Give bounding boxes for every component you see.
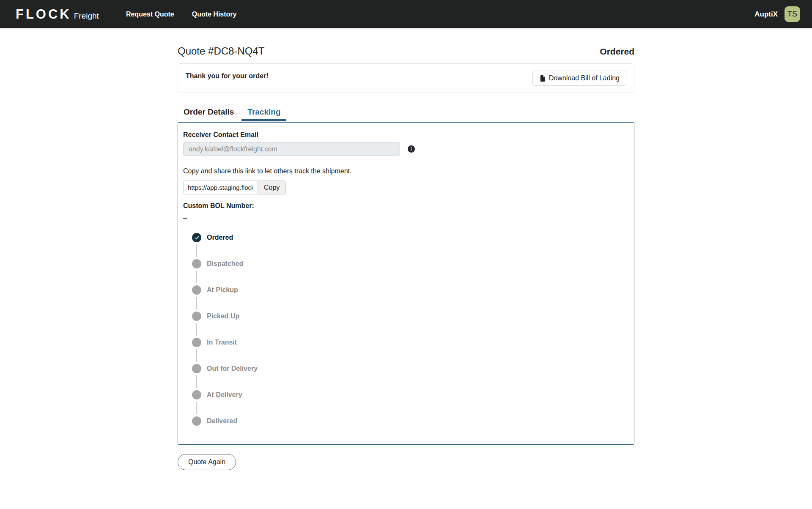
- timeline-step-label: Picked Up: [207, 312, 239, 320]
- step-pending-circle-icon: [192, 338, 201, 347]
- quote-header-row: Quote #DC8-NQ4T Ordered: [178, 45, 634, 57]
- timeline-step-label: At Pickup: [207, 286, 238, 294]
- status-badge: Ordered: [600, 47, 634, 57]
- timeline-connector: [196, 297, 197, 309]
- nav-link-request-quote[interactable]: Request Quote: [126, 11, 174, 18]
- timeline-step: At Delivery: [192, 390, 629, 400]
- receiver-email-row: [183, 142, 629, 156]
- timeline-connector: [196, 375, 197, 388]
- logo-freight-text: Freight: [74, 11, 99, 21]
- timeline-step-label: Dispatched: [207, 260, 243, 268]
- receiver-email-label: Receiver Contact Email: [183, 131, 629, 139]
- share-link-group: Copy: [183, 181, 629, 194]
- tab-bar: Order Details Tracking: [178, 107, 634, 121]
- copy-link-button[interactable]: Copy: [258, 181, 286, 194]
- info-icon[interactable]: [408, 145, 415, 153]
- timeline-step-label: Delivered: [207, 417, 237, 425]
- timeline-connector: [196, 402, 197, 414]
- download-button-label: Download Bill of Lading: [549, 74, 620, 82]
- tracking-panel: Receiver Contact Email Copy and share th…: [178, 122, 634, 445]
- timeline-connector: [196, 349, 197, 362]
- order-confirmation-card: Thank you for your order! Download Bill …: [178, 63, 634, 93]
- timeline-step: Ordered: [192, 233, 629, 242]
- timeline-step: Dispatched: [192, 259, 629, 268]
- timeline-step: Out for Delivery: [192, 364, 629, 373]
- custom-bol-label: Custom BOL Number:: [183, 202, 629, 210]
- timeline-step: Delivered: [192, 416, 629, 426]
- timeline-connector: [196, 271, 197, 283]
- download-bill-of-lading-button[interactable]: Download Bill of Lading: [532, 71, 626, 86]
- step-pending-circle-icon: [192, 364, 201, 373]
- timeline-connector: [196, 244, 197, 257]
- main-content: Quote #DC8-NQ4T Ordered Thank you for yo…: [178, 45, 634, 470]
- timeline-step-label: Out for Delivery: [207, 365, 258, 372]
- flock-freight-logo[interactable]: FLOCK Freight: [16, 7, 99, 22]
- step-pending-circle-icon: [192, 390, 201, 400]
- step-pending-circle-icon: [192, 285, 201, 295]
- share-link-description: Copy and share this link to let others t…: [183, 167, 629, 175]
- thank-you-message: Thank you for your order!: [186, 70, 269, 80]
- timeline-step-label: In Transit: [207, 339, 237, 346]
- timeline-step-label: Ordered: [207, 234, 233, 241]
- tracking-timeline: OrderedDispatchedAt PickupPicked UpIn Tr…: [192, 233, 629, 426]
- avatar[interactable]: TS: [785, 6, 800, 22]
- step-complete-check-icon: [192, 233, 201, 242]
- step-pending-circle-icon: [192, 416, 201, 426]
- tab-order-details[interactable]: Order Details: [178, 107, 240, 121]
- share-link-input[interactable]: [183, 181, 258, 194]
- navbar-links: Request Quote Quote History: [126, 11, 237, 18]
- top-navbar: FLOCK Freight Request Quote Quote Histor…: [0, 0, 812, 28]
- receiver-email-input[interactable]: [183, 142, 400, 156]
- timeline-step: In Transit: [192, 338, 629, 347]
- quote-again-button[interactable]: Quote Again: [178, 454, 236, 470]
- navbar-right: AuptiX TS: [754, 6, 800, 22]
- file-document-icon: [539, 75, 546, 82]
- custom-bol-value: –: [183, 214, 629, 222]
- user-menu-auptix[interactable]: AuptiX: [754, 10, 778, 19]
- step-pending-circle-icon: [192, 312, 201, 321]
- step-pending-circle-icon: [192, 259, 201, 268]
- page-title: Quote #DC8-NQ4T: [178, 45, 264, 57]
- logo-flock-text: FLOCK: [16, 7, 71, 22]
- timeline-step-label: At Delivery: [207, 391, 242, 399]
- timeline-connector: [196, 323, 197, 336]
- timeline-step: At Pickup: [192, 285, 629, 295]
- timeline-step: Picked Up: [192, 312, 629, 321]
- tab-tracking[interactable]: Tracking: [241, 107, 286, 121]
- nav-link-quote-history[interactable]: Quote History: [192, 11, 237, 18]
